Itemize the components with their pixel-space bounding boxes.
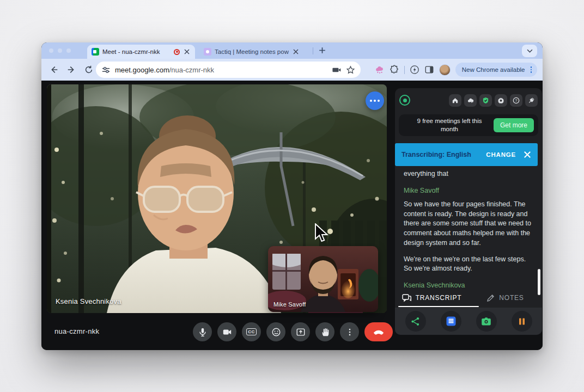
tab-meet[interactable]: Meet - nua-czmr-nkk [87, 45, 195, 59]
back-icon[interactable] [49, 65, 59, 75]
screenshot-camera-button[interactable] [476, 311, 497, 332]
transcript-line: everything that [404, 169, 533, 179]
transcribing-banner: Transcribing: English CHANGE [395, 143, 538, 166]
transcribing-label: Transcribing: English [402, 151, 471, 158]
browser-toolbar: meet.google.com/nua-czmr-nkk New Chrome … [41, 59, 543, 81]
meet-control-bar: CC [193, 322, 393, 341]
tactiq-favicon-icon [204, 48, 211, 56]
active-tab-underline [398, 306, 479, 307]
chrome-update-button[interactable]: New Chrome available [455, 63, 537, 77]
settings-gear-icon[interactable] [495, 94, 507, 107]
forward-icon[interactable] [66, 65, 76, 75]
camera-in-use-icon[interactable] [332, 65, 342, 75]
meet-content: Ksenia Svechnikova [41, 81, 543, 350]
tab-search-button[interactable] [522, 45, 537, 57]
get-more-button[interactable]: Get more [494, 118, 534, 132]
address-bar[interactable]: meet.google.com/nua-czmr-nkk [96, 62, 361, 78]
extensions-puzzle-icon[interactable] [390, 65, 399, 75]
docs-icon [446, 316, 457, 327]
site-settings-icon[interactable] [101, 65, 111, 75]
transcript-speaker: Mike Savoff [404, 187, 533, 194]
pip-name-label: Mike Savoff [273, 301, 306, 308]
bolt-extension-icon[interactable] [410, 65, 419, 75]
raise-hand-button[interactable] [315, 322, 334, 341]
transcript-line: We're on the we're on the last few steps… [404, 255, 533, 274]
sidebar-tabs: TRANSCRIPT NOTES [395, 289, 542, 307]
reactions-button[interactable] [266, 322, 285, 341]
end-call-button[interactable] [364, 322, 393, 341]
reload-icon[interactable] [84, 65, 94, 75]
share-button[interactable] [405, 311, 426, 332]
quota-text: 9 free meetings left this month [409, 117, 490, 133]
window-zoom-button[interactable] [66, 48, 71, 53]
tactiq-logo-icon [399, 95, 410, 106]
pencil-icon [486, 294, 495, 302]
browser-window: Meet - nua-czmr-nkk Tactiq | Meeting not… [41, 42, 543, 350]
microphone-button[interactable] [193, 322, 212, 341]
cloud-upload-icon[interactable] [464, 94, 477, 107]
meet-favicon-icon [92, 48, 99, 56]
quota-card: 9 free meetings left this month Get more [399, 114, 538, 136]
pip-video-tile[interactable]: Mike Savoff [268, 246, 378, 312]
close-tab-icon[interactable] [183, 48, 191, 56]
tab-notes[interactable]: NOTES [469, 289, 542, 307]
window-minimize-button[interactable] [58, 48, 62, 53]
participant-name-label: Ksenia Svechnikova [56, 297, 121, 305]
pink-extension-icon[interactable] [375, 65, 385, 75]
tab-transcript[interactable]: TRANSCRIPT [395, 289, 469, 307]
captions-button[interactable]: CC [242, 322, 261, 341]
bookmark-star-icon[interactable] [346, 65, 355, 75]
help-icon[interactable]: ? [510, 94, 522, 107]
profile-avatar[interactable] [439, 64, 451, 76]
extension-area: New Chrome available [375, 59, 543, 81]
tactiq-sidebar: ? 9 free meetings left this month Get mo… [395, 88, 542, 335]
change-language-button[interactable]: CHANGE [486, 151, 516, 158]
present-screen-button[interactable] [291, 322, 310, 341]
recording-indicator-icon [174, 49, 180, 55]
toolbar-divider [404, 66, 405, 74]
tab-divider [313, 47, 313, 54]
svg-text:?: ? [515, 99, 518, 102]
shield-check-icon[interactable] [479, 94, 492, 107]
chrome-menu-icon[interactable] [528, 65, 534, 74]
camera-button[interactable] [217, 322, 236, 341]
close-banner-icon[interactable] [524, 151, 531, 158]
more-options-button[interactable] [340, 322, 359, 341]
transcript-panel[interactable]: everything that Mike Savoff So we have t… [395, 166, 542, 289]
pin-icon[interactable] [525, 94, 538, 107]
close-tab-icon[interactable] [292, 48, 300, 56]
chevron-down-icon [527, 49, 533, 53]
tab-title: Tactiq | Meeting notes powe [215, 48, 289, 55]
camera-icon [481, 317, 491, 326]
chat-bubble-widget[interactable] [366, 91, 384, 110]
chrome-update-label: New Chrome available [462, 66, 525, 73]
transcript-speaker: Ksenia Svechnikova [404, 281, 533, 289]
tactiq-header: ? [395, 88, 542, 112]
google-docs-button[interactable] [441, 311, 461, 332]
pause-icon [518, 317, 526, 326]
pause-recording-button[interactable] [512, 311, 532, 332]
new-tab-button[interactable] [318, 46, 327, 56]
tab-title: Meet - nua-czmr-nkk [102, 48, 171, 55]
transcript-line: So we have the four pages finished. The … [404, 200, 533, 248]
share-icon [411, 317, 420, 326]
tab-strip: Meet - nua-czmr-nkk Tactiq | Meeting not… [41, 42, 543, 59]
meeting-code-label: nua-czmr-nkk [54, 327, 99, 335]
home-icon[interactable] [449, 94, 461, 107]
window-close-button[interactable] [49, 48, 53, 53]
chat-icon [402, 294, 411, 302]
tab-tactiq[interactable]: Tactiq | Meeting notes powe [199, 45, 304, 59]
side-panel-icon[interactable] [424, 65, 434, 75]
url-text: meet.google.com/nua-czmr-nkk [115, 66, 328, 74]
sidebar-action-bar [395, 308, 542, 335]
